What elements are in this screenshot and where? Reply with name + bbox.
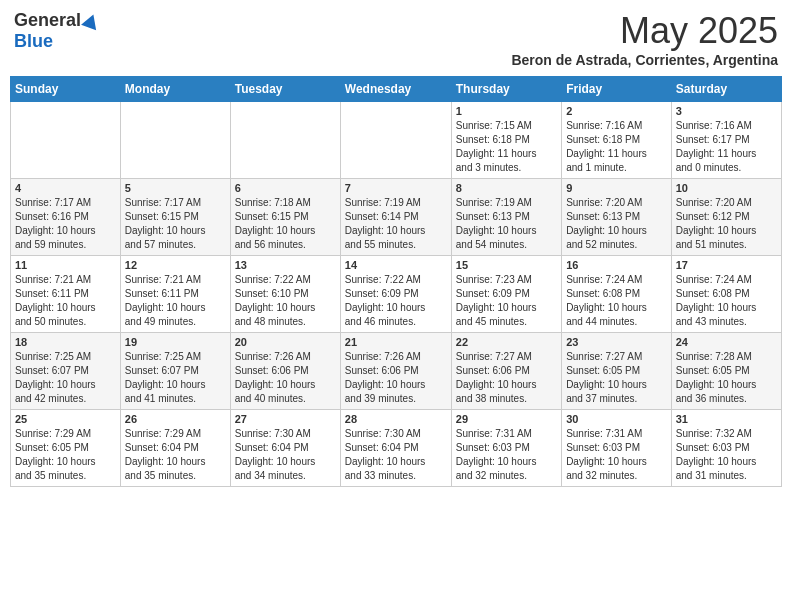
day-number: 6 xyxy=(235,182,336,194)
calendar-day-cell: 30Sunrise: 7:31 AM Sunset: 6:03 PM Dayli… xyxy=(562,410,672,487)
day-number: 20 xyxy=(235,336,336,348)
calendar-day-cell: 13Sunrise: 7:22 AM Sunset: 6:10 PM Dayli… xyxy=(230,256,340,333)
calendar-day-cell: 10Sunrise: 7:20 AM Sunset: 6:12 PM Dayli… xyxy=(671,179,781,256)
day-number: 1 xyxy=(456,105,557,117)
day-info: Sunrise: 7:25 AM Sunset: 6:07 PM Dayligh… xyxy=(125,350,226,406)
weekday-header-cell: Tuesday xyxy=(230,77,340,102)
weekday-header-cell: Thursday xyxy=(451,77,561,102)
calendar-week-row: 4Sunrise: 7:17 AM Sunset: 6:16 PM Daylig… xyxy=(11,179,782,256)
day-info: Sunrise: 7:31 AM Sunset: 6:03 PM Dayligh… xyxy=(566,427,667,483)
day-number: 24 xyxy=(676,336,777,348)
day-number: 7 xyxy=(345,182,447,194)
calendar-day-cell: 20Sunrise: 7:26 AM Sunset: 6:06 PM Dayli… xyxy=(230,333,340,410)
day-info: Sunrise: 7:24 AM Sunset: 6:08 PM Dayligh… xyxy=(676,273,777,329)
weekday-header-cell: Friday xyxy=(562,77,672,102)
calendar-day-cell: 25Sunrise: 7:29 AM Sunset: 6:05 PM Dayli… xyxy=(11,410,121,487)
day-info: Sunrise: 7:27 AM Sunset: 6:06 PM Dayligh… xyxy=(456,350,557,406)
calendar-day-cell: 2Sunrise: 7:16 AM Sunset: 6:18 PM Daylig… xyxy=(562,102,672,179)
day-info: Sunrise: 7:30 AM Sunset: 6:04 PM Dayligh… xyxy=(235,427,336,483)
calendar-day-cell: 24Sunrise: 7:28 AM Sunset: 6:05 PM Dayli… xyxy=(671,333,781,410)
calendar-day-cell: 1Sunrise: 7:15 AM Sunset: 6:18 PM Daylig… xyxy=(451,102,561,179)
day-number: 9 xyxy=(566,182,667,194)
calendar-body: 1Sunrise: 7:15 AM Sunset: 6:18 PM Daylig… xyxy=(11,102,782,487)
day-info: Sunrise: 7:16 AM Sunset: 6:17 PM Dayligh… xyxy=(676,119,777,175)
calendar-day-cell xyxy=(11,102,121,179)
calendar-day-cell: 18Sunrise: 7:25 AM Sunset: 6:07 PM Dayli… xyxy=(11,333,121,410)
calendar-day-cell: 7Sunrise: 7:19 AM Sunset: 6:14 PM Daylig… xyxy=(340,179,451,256)
calendar-day-cell: 16Sunrise: 7:24 AM Sunset: 6:08 PM Dayli… xyxy=(562,256,672,333)
calendar-table: SundayMondayTuesdayWednesdayThursdayFrid… xyxy=(10,76,782,487)
calendar-day-cell: 8Sunrise: 7:19 AM Sunset: 6:13 PM Daylig… xyxy=(451,179,561,256)
day-info: Sunrise: 7:28 AM Sunset: 6:05 PM Dayligh… xyxy=(676,350,777,406)
day-info: Sunrise: 7:19 AM Sunset: 6:14 PM Dayligh… xyxy=(345,196,447,252)
day-number: 5 xyxy=(125,182,226,194)
day-info: Sunrise: 7:20 AM Sunset: 6:12 PM Dayligh… xyxy=(676,196,777,252)
calendar-week-row: 18Sunrise: 7:25 AM Sunset: 6:07 PM Dayli… xyxy=(11,333,782,410)
day-number: 25 xyxy=(15,413,116,425)
day-number: 30 xyxy=(566,413,667,425)
calendar-day-cell: 27Sunrise: 7:30 AM Sunset: 6:04 PM Dayli… xyxy=(230,410,340,487)
day-info: Sunrise: 7:27 AM Sunset: 6:05 PM Dayligh… xyxy=(566,350,667,406)
month-title: May 2025 xyxy=(511,10,778,52)
day-number: 18 xyxy=(15,336,116,348)
calendar-day-cell xyxy=(340,102,451,179)
day-info: Sunrise: 7:22 AM Sunset: 6:10 PM Dayligh… xyxy=(235,273,336,329)
day-number: 22 xyxy=(456,336,557,348)
calendar-day-cell: 22Sunrise: 7:27 AM Sunset: 6:06 PM Dayli… xyxy=(451,333,561,410)
calendar-day-cell xyxy=(120,102,230,179)
calendar-day-cell: 5Sunrise: 7:17 AM Sunset: 6:15 PM Daylig… xyxy=(120,179,230,256)
weekday-header-cell: Saturday xyxy=(671,77,781,102)
weekday-header-cell: Wednesday xyxy=(340,77,451,102)
day-number: 23 xyxy=(566,336,667,348)
day-number: 31 xyxy=(676,413,777,425)
logo-triangle-icon xyxy=(81,11,101,30)
calendar-day-cell: 9Sunrise: 7:20 AM Sunset: 6:13 PM Daylig… xyxy=(562,179,672,256)
day-number: 19 xyxy=(125,336,226,348)
day-info: Sunrise: 7:25 AM Sunset: 6:07 PM Dayligh… xyxy=(15,350,116,406)
day-number: 28 xyxy=(345,413,447,425)
location-subtitle: Beron de Astrada, Corrientes, Argentina xyxy=(511,52,778,68)
day-info: Sunrise: 7:32 AM Sunset: 6:03 PM Dayligh… xyxy=(676,427,777,483)
day-info: Sunrise: 7:17 AM Sunset: 6:15 PM Dayligh… xyxy=(125,196,226,252)
day-info: Sunrise: 7:21 AM Sunset: 6:11 PM Dayligh… xyxy=(125,273,226,329)
day-info: Sunrise: 7:18 AM Sunset: 6:15 PM Dayligh… xyxy=(235,196,336,252)
day-info: Sunrise: 7:23 AM Sunset: 6:09 PM Dayligh… xyxy=(456,273,557,329)
day-info: Sunrise: 7:26 AM Sunset: 6:06 PM Dayligh… xyxy=(235,350,336,406)
day-info: Sunrise: 7:19 AM Sunset: 6:13 PM Dayligh… xyxy=(456,196,557,252)
title-section: May 2025 Beron de Astrada, Corrientes, A… xyxy=(511,10,778,68)
calendar-day-cell: 29Sunrise: 7:31 AM Sunset: 6:03 PM Dayli… xyxy=(451,410,561,487)
weekday-header-row: SundayMondayTuesdayWednesdayThursdayFrid… xyxy=(11,77,782,102)
day-number: 29 xyxy=(456,413,557,425)
calendar-day-cell: 4Sunrise: 7:17 AM Sunset: 6:16 PM Daylig… xyxy=(11,179,121,256)
weekday-header-cell: Monday xyxy=(120,77,230,102)
weekday-header-cell: Sunday xyxy=(11,77,121,102)
logo: General Blue xyxy=(14,10,99,52)
day-info: Sunrise: 7:30 AM Sunset: 6:04 PM Dayligh… xyxy=(345,427,447,483)
day-number: 10 xyxy=(676,182,777,194)
day-number: 8 xyxy=(456,182,557,194)
calendar-day-cell: 19Sunrise: 7:25 AM Sunset: 6:07 PM Dayli… xyxy=(120,333,230,410)
day-info: Sunrise: 7:29 AM Sunset: 6:04 PM Dayligh… xyxy=(125,427,226,483)
page-header: General Blue May 2025 Beron de Astrada, … xyxy=(10,10,782,68)
calendar-day-cell: 21Sunrise: 7:26 AM Sunset: 6:06 PM Dayli… xyxy=(340,333,451,410)
day-number: 4 xyxy=(15,182,116,194)
day-number: 27 xyxy=(235,413,336,425)
calendar-day-cell: 17Sunrise: 7:24 AM Sunset: 6:08 PM Dayli… xyxy=(671,256,781,333)
calendar-week-row: 1Sunrise: 7:15 AM Sunset: 6:18 PM Daylig… xyxy=(11,102,782,179)
calendar-week-row: 11Sunrise: 7:21 AM Sunset: 6:11 PM Dayli… xyxy=(11,256,782,333)
day-info: Sunrise: 7:24 AM Sunset: 6:08 PM Dayligh… xyxy=(566,273,667,329)
calendar-day-cell: 6Sunrise: 7:18 AM Sunset: 6:15 PM Daylig… xyxy=(230,179,340,256)
calendar-week-row: 25Sunrise: 7:29 AM Sunset: 6:05 PM Dayli… xyxy=(11,410,782,487)
day-number: 14 xyxy=(345,259,447,271)
day-info: Sunrise: 7:22 AM Sunset: 6:09 PM Dayligh… xyxy=(345,273,447,329)
calendar-day-cell: 31Sunrise: 7:32 AM Sunset: 6:03 PM Dayli… xyxy=(671,410,781,487)
day-info: Sunrise: 7:21 AM Sunset: 6:11 PM Dayligh… xyxy=(15,273,116,329)
logo-general-text: General xyxy=(14,10,81,31)
day-number: 2 xyxy=(566,105,667,117)
day-info: Sunrise: 7:20 AM Sunset: 6:13 PM Dayligh… xyxy=(566,196,667,252)
day-number: 15 xyxy=(456,259,557,271)
day-number: 11 xyxy=(15,259,116,271)
day-number: 21 xyxy=(345,336,447,348)
calendar-day-cell: 28Sunrise: 7:30 AM Sunset: 6:04 PM Dayli… xyxy=(340,410,451,487)
calendar-day-cell: 12Sunrise: 7:21 AM Sunset: 6:11 PM Dayli… xyxy=(120,256,230,333)
